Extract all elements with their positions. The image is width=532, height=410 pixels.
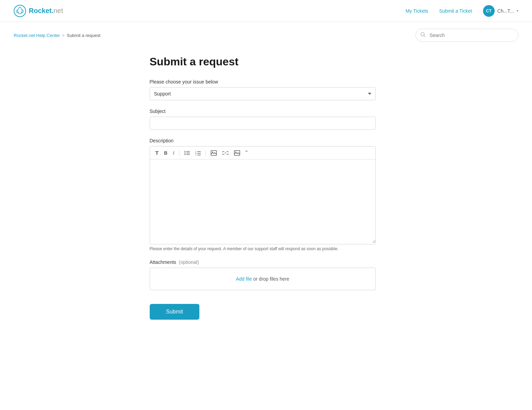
toolbar-separator-2 — [206, 150, 206, 156]
header-nav: My Tickets Submit a Ticket CT Ch...T... … — [406, 5, 518, 17]
svg-point-7 — [184, 154, 185, 155]
italic-icon: I — [173, 150, 174, 156]
svg-rect-15 — [211, 151, 216, 155]
breadcrumb: Rocket.net Help Center > Submit a reques… — [14, 33, 100, 38]
bold-icon: B — [164, 150, 168, 156]
logo-main: Rocket. — [29, 7, 53, 14]
description-hint: Please enter the details of your request… — [150, 246, 376, 251]
toolbar-link-btn[interactable] — [220, 150, 231, 156]
user-menu[interactable]: CT Ch...T... ▾ — [483, 5, 518, 17]
breadcrumb-bar: Rocket.net Help Center > Submit a reques… — [0, 22, 532, 49]
search-icon — [420, 32, 426, 39]
editor-toolbar: T B I — [150, 146, 375, 159]
logo-text: Rocket.net — [29, 7, 63, 15]
toolbar-italic-btn[interactable]: I — [171, 149, 176, 157]
logo-icon — [14, 5, 26, 17]
text-format-icon: T — [156, 150, 159, 156]
svg-line-2 — [424, 36, 425, 37]
issue-type-group: Please choose your issue below Support B… — [150, 79, 383, 100]
toolbar-text-btn[interactable]: T — [153, 149, 161, 157]
search-container — [416, 29, 518, 42]
svg-rect-17 — [234, 151, 240, 155]
quote-icon: " — [246, 150, 248, 156]
description-label: Description — [150, 138, 383, 143]
submit-button[interactable]: Submit — [150, 304, 200, 320]
submit-request-form: Please choose your issue below Support B… — [150, 79, 383, 320]
toolbar-inline-image-btn[interactable] — [232, 149, 242, 157]
subject-input[interactable] — [150, 117, 376, 130]
toolbar-bold-btn[interactable]: B — [162, 149, 170, 157]
svg-text:3.: 3. — [195, 154, 197, 155]
attachments-group: Attachments (optional) Add file or drop … — [150, 259, 383, 290]
svg-point-3 — [184, 151, 185, 152]
subject-group: Subject — [150, 108, 383, 130]
add-file-link[interactable]: Add file — [236, 276, 252, 282]
logo-accent: net — [53, 7, 63, 14]
drop-files-text: or drop files here — [252, 276, 289, 282]
toolbar-quote-btn[interactable]: " — [244, 149, 250, 157]
breadcrumb-separator: > — [62, 33, 65, 38]
search-input[interactable] — [416, 29, 518, 42]
my-tickets-link[interactable]: My Tickets — [406, 8, 428, 14]
breadcrumb-current: Submit a request — [67, 33, 100, 38]
subject-label: Subject — [150, 108, 383, 114]
attachment-dropzone[interactable]: Add file or drop files here — [150, 268, 376, 290]
toolbar-image-btn[interactable] — [209, 149, 219, 157]
attachments-label: Attachments (optional) — [150, 259, 383, 265]
description-group: Description T B I — [150, 138, 383, 251]
description-textarea[interactable] — [150, 159, 375, 243]
toolbar-ul-btn[interactable] — [182, 149, 192, 157]
submit-ticket-link[interactable]: Submit a Ticket — [439, 8, 472, 14]
breadcrumb-home-link[interactable]: Rocket.net Help Center — [14, 33, 60, 38]
main-content: Submit a request Please choose your issu… — [136, 49, 396, 340]
editor-body — [150, 159, 375, 244]
image-icon — [211, 150, 217, 156]
toolbar-separator-1 — [179, 150, 180, 156]
link-icon — [222, 151, 228, 155]
inline-image-icon — [234, 150, 240, 156]
header: Rocket.net My Tickets Submit a Ticket CT… — [0, 0, 532, 22]
ordered-list-icon: 1. 2. 3. — [195, 151, 201, 155]
toolbar-ol-btn[interactable]: 1. 2. 3. — [193, 149, 203, 157]
avatar: CT — [483, 5, 495, 17]
attachments-optional-text: (optional) — [179, 259, 199, 265]
svg-point-5 — [184, 152, 185, 153]
unordered-list-icon — [184, 151, 190, 155]
user-name: Ch...T... — [497, 8, 514, 14]
issue-type-label: Please choose your issue below — [150, 79, 383, 85]
description-editor: T B I — [150, 146, 376, 244]
issue-type-select[interactable]: Support Billing Technical Other — [150, 87, 376, 100]
logo-link[interactable]: Rocket.net — [14, 5, 63, 17]
attachments-label-text: Attachments — [150, 259, 176, 265]
page-title: Submit a request — [150, 55, 383, 68]
chevron-down-icon: ▾ — [517, 9, 518, 13]
